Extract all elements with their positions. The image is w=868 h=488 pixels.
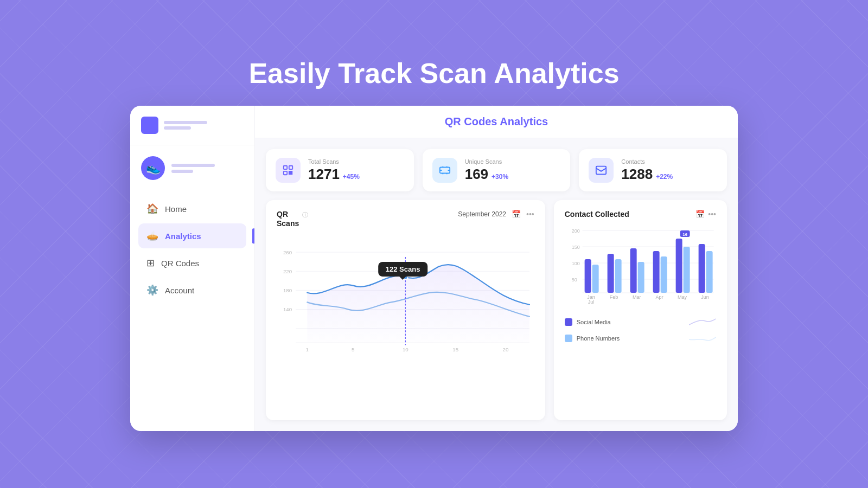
contacts-info: Contacts 1288 +22% xyxy=(621,158,673,183)
profile-name-line xyxy=(171,164,215,167)
calendar-icon[interactable]: 📅 xyxy=(512,210,521,219)
svg-text:100: 100 xyxy=(571,261,579,266)
line-chart-controls: September 2022 📅 ••• xyxy=(458,210,534,219)
legend-color-phone xyxy=(565,335,572,342)
legend-label-social: Social Media xyxy=(577,319,611,325)
total-scans-info: Total Scans 1271 +45% xyxy=(308,158,360,183)
home-icon: 🏠 xyxy=(146,203,158,215)
svg-rect-35 xyxy=(630,248,636,293)
nav-label-analytics: Analytics xyxy=(165,232,201,241)
legend-phone-numbers: Phone Numbers xyxy=(565,333,716,344)
analytics-icon: 🥧 xyxy=(146,230,158,242)
logo-text xyxy=(164,121,207,130)
total-scans-label: Total Scans xyxy=(308,158,360,165)
unique-scans-value: 169 xyxy=(465,166,488,183)
unique-scans-label: Unique Scans xyxy=(465,158,508,165)
svg-text:260: 260 xyxy=(283,249,292,255)
sidebar-item-home[interactable]: 🏠 Home xyxy=(138,196,246,221)
unique-scans-change: +30% xyxy=(492,173,508,181)
sidebar-profile: 👟 xyxy=(130,145,254,191)
bar-chart-more-icon[interactable]: ••• xyxy=(708,210,716,219)
avatar: 👟 xyxy=(141,156,165,180)
sidebar: 👟 🏠 Home 🥧 Analytics ⊞ QR Codes ⚙️ xyxy=(130,106,255,431)
sidebar-item-qrcodes[interactable]: ⊞ QR Codes xyxy=(138,251,246,275)
svg-text:5: 5 xyxy=(352,346,354,352)
stat-card-unique-scans: Unique Scans 169 +30% xyxy=(423,149,571,191)
svg-text:1: 1 xyxy=(306,346,309,352)
chart-date: September 2022 xyxy=(458,210,506,218)
contacts-value: 1288 xyxy=(621,166,653,183)
sidebar-header xyxy=(130,117,254,145)
svg-text:Apr: Apr xyxy=(655,294,663,300)
app-logo xyxy=(141,117,158,134)
svg-rect-43 xyxy=(698,244,705,293)
svg-rect-31 xyxy=(584,259,591,293)
svg-rect-40 xyxy=(683,247,690,293)
main-header: QR Codes Analytics xyxy=(255,106,738,138)
contacts-label: Contacts xyxy=(621,158,673,165)
contacts-change: +22% xyxy=(656,173,673,181)
svg-rect-2 xyxy=(284,171,287,175)
svg-text:Feb: Feb xyxy=(610,294,618,300)
svg-text:16: 16 xyxy=(682,232,687,237)
contacts-value-row: 1288 +22% xyxy=(621,166,673,183)
total-scans-change: +45% xyxy=(343,173,360,181)
line-chart-card: QRScans ⓘ September 2022 📅 ••• 122 Scans xyxy=(266,200,545,420)
svg-rect-32 xyxy=(592,265,598,293)
svg-text:150: 150 xyxy=(571,245,579,250)
svg-text:140: 140 xyxy=(283,306,292,312)
stat-card-contacts: Contacts 1288 +22% xyxy=(579,149,727,191)
unique-scans-value-row: 169 +30% xyxy=(465,166,508,183)
svg-text:50: 50 xyxy=(571,277,577,282)
sidebar-item-account[interactable]: ⚙️ Account xyxy=(138,278,246,303)
svg-text:Jul: Jul xyxy=(588,299,595,305)
sidebar-item-analytics[interactable]: 🥧 Analytics xyxy=(138,223,246,248)
total-scans-value-row: 1271 +45% xyxy=(308,166,360,183)
profile-info xyxy=(171,164,215,173)
bar-chart-title: Contact Collected xyxy=(565,210,629,219)
bar-chart-controls: 📅 ••• xyxy=(695,210,716,219)
main-content: QR Codes Analytics Total Scans 1271 + xyxy=(255,106,738,431)
more-icon[interactable]: ••• xyxy=(526,210,534,219)
svg-rect-0 xyxy=(284,166,287,169)
line-chart-title: QRScans xyxy=(277,210,299,228)
unique-scans-icon xyxy=(432,158,457,183)
nav-label-qrcodes: QR Codes xyxy=(161,259,199,268)
qrcodes-icon: ⊞ xyxy=(146,257,155,269)
svg-text:May: May xyxy=(678,294,687,300)
line-chart-title-text: QRScans xyxy=(277,210,299,228)
svg-rect-36 xyxy=(637,262,644,293)
logo-line-1 xyxy=(164,121,207,124)
sparkline-phone xyxy=(689,333,716,344)
info-icon: ⓘ xyxy=(302,211,308,219)
svg-text:220: 220 xyxy=(283,268,292,274)
total-scans-value: 1271 xyxy=(308,166,340,183)
svg-text:200: 200 xyxy=(571,228,579,234)
charts-row: QRScans ⓘ September 2022 📅 ••• 122 Scans xyxy=(255,191,738,431)
avatar-icon: 👟 xyxy=(146,161,161,175)
chart-legend: Social Media Phone Numbers xyxy=(565,317,716,344)
svg-text:10: 10 xyxy=(403,346,409,352)
line-chart-header: QRScans ⓘ September 2022 📅 ••• xyxy=(277,210,534,228)
app-title: QR Codes Analytics xyxy=(271,115,722,128)
unique-scans-info: Unique Scans 169 +30% xyxy=(465,158,508,183)
bar-chart-calendar-icon[interactable]: 📅 xyxy=(695,210,705,219)
bar-chart-header: Contact Collected 📅 ••• xyxy=(565,210,716,219)
chart-tooltip: 122 Scans xyxy=(378,262,428,277)
account-icon: ⚙️ xyxy=(146,284,158,296)
svg-rect-33 xyxy=(607,254,614,293)
contacts-icon xyxy=(589,158,614,183)
line-chart-area: 122 Scans 260 220 180 140 xyxy=(277,235,534,365)
page-headline: Easily Track Scan Analytics xyxy=(248,57,619,89)
svg-rect-37 xyxy=(653,251,659,293)
legend-social-media: Social Media xyxy=(565,317,716,328)
bar-chart-svg: 200 150 100 50 xyxy=(565,225,716,309)
bar-chart-card: Contact Collected 📅 ••• 200 150 100 50 xyxy=(554,200,727,420)
svg-text:20: 20 xyxy=(503,346,509,352)
stats-row: Total Scans 1271 +45% Unique Scans xyxy=(255,138,738,191)
svg-rect-44 xyxy=(706,251,712,293)
total-scans-icon xyxy=(276,158,301,183)
sidebar-nav: 🏠 Home 🥧 Analytics ⊞ QR Codes ⚙️ Account xyxy=(130,191,254,420)
svg-text:15: 15 xyxy=(452,346,458,352)
svg-text:180: 180 xyxy=(283,287,292,293)
